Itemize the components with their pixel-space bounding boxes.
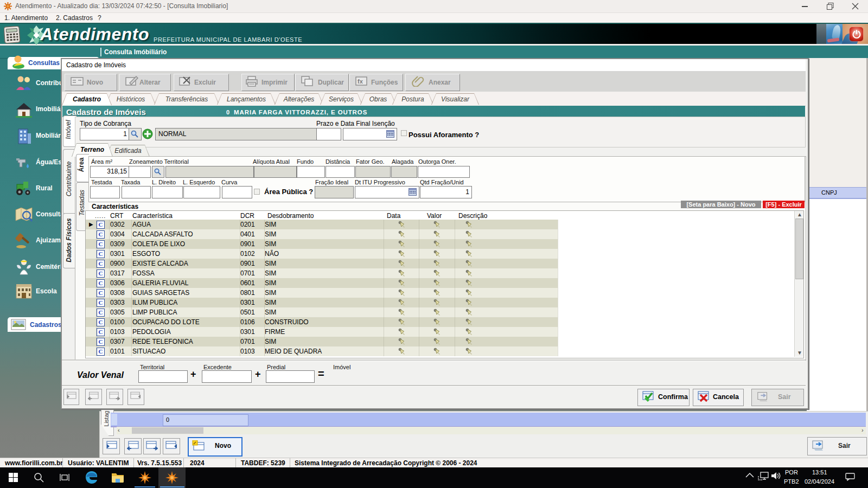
svg-text:fx: fx — [358, 78, 363, 85]
